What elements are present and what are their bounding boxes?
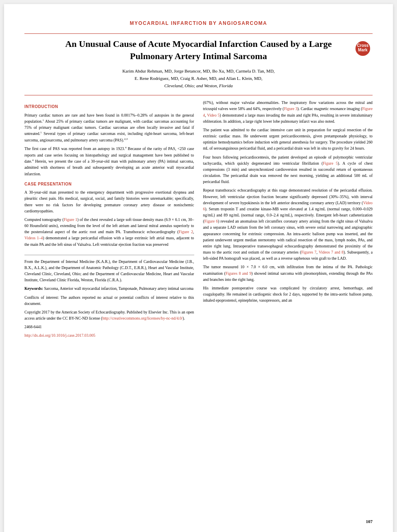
journal-category-title: MYOCARDIAL INFARCTION BY ANGIOSARCOMA [24, 20, 373, 26]
title-divider [24, 33, 373, 34]
body-columns: INTRODUCTION Primary cardiac tumors are … [24, 99, 373, 341]
authors-affiliation: Cleveland, Ohio; and Weston, Florida [24, 82, 373, 90]
fn-conflict: Conflicts of interest: The authors repor… [24, 294, 194, 307]
right-column: (67%), without major valvular abnormalit… [203, 99, 373, 341]
right-para-5: The tumor measured 10 × 7.0 × 6.0 cm, wi… [203, 264, 373, 283]
svg-text:Cross: Cross [357, 43, 369, 48]
authors-line2: E. Rene Rodriguez, MD, Craig R. Asher, M… [24, 75, 373, 82]
body-divider [24, 95, 373, 95]
figs89-ref: Figures 8 and 9 [226, 271, 252, 276]
authors-line1: Karim Abdur Rehman, MD, Jorge Betancor, … [24, 68, 373, 75]
right-para-2: The patient was admitted to the cardiac … [203, 127, 373, 152]
fig6-ref: Figure 6 [204, 219, 218, 223]
cc-link[interactable]: http://creativecommons.org/licenses/by-n… [102, 316, 182, 320]
right-para-4: Repeat transthoracic echocardiography at… [203, 187, 373, 261]
article-title: An Unusual Cause of Acute Myocardial Inf… [24, 38, 373, 62]
fig7-ref: Figures 7 [301, 250, 317, 254]
videos78-ref: Videos 7 and 8 [319, 250, 344, 254]
intro-para-1: Primary cardiac tumors are rare and have… [24, 112, 194, 143]
authors-block: Karim Abdur Rehman, MD, Jorge Betancor, … [24, 68, 373, 89]
videos14-ref: Videos 1–4 [24, 236, 43, 240]
fn-issn: 2468-6441 [24, 324, 194, 330]
right-para-6: His immediate postoperative course was c… [203, 285, 373, 304]
right-para-1: (67%), without major valvular abnormalit… [203, 99, 373, 124]
svg-text:Mark: Mark [358, 48, 368, 52]
case-para-2: Computed tomography (Figure 1) of the ch… [24, 216, 194, 247]
crossmark-logo: Cross Mark [355, 41, 371, 56]
footnotes-block: From the Department of Internal Medicine… [24, 255, 194, 339]
fig3-ref: Figure 3 [284, 106, 297, 111]
fig1-ref: Figure 1 [64, 217, 77, 222]
fn-keywords: Keywords: Sarcoma, Anterior wall myocard… [24, 285, 194, 291]
case-para-1: A 30-year-old man presented to the emerg… [24, 189, 194, 214]
video5-ref: Video 5 [207, 113, 220, 117]
fn-affiliation: From the Department of Internal Medicine… [24, 258, 194, 283]
left-column: INTRODUCTION Primary cardiac tumors are … [24, 99, 194, 341]
introduction-title: INTRODUCTION [24, 104, 194, 110]
fig2-ref: Figure 2 [179, 230, 193, 234]
page-number: 107 [366, 519, 373, 524]
fig5-ref: Figure 5 [323, 161, 338, 166]
intro-para-2: The first case of PAS was reported from … [24, 146, 194, 177]
fn-copyright: Copyright 2017 by the American Society o… [24, 309, 194, 321]
video6-ref: Video 6 [203, 201, 373, 211]
right-para-3: Four hours following pericardiocentesis,… [203, 154, 373, 185]
fn-doi[interactable]: http://dx.doi.org/10.1016/j.case.2017.03… [24, 332, 194, 338]
article-page: Cross Mark MYOCARDIAL INFARCTION BY ANGI… [4, 4, 393, 532]
case-presentation-title: CASE PRESENTATION [24, 181, 194, 188]
